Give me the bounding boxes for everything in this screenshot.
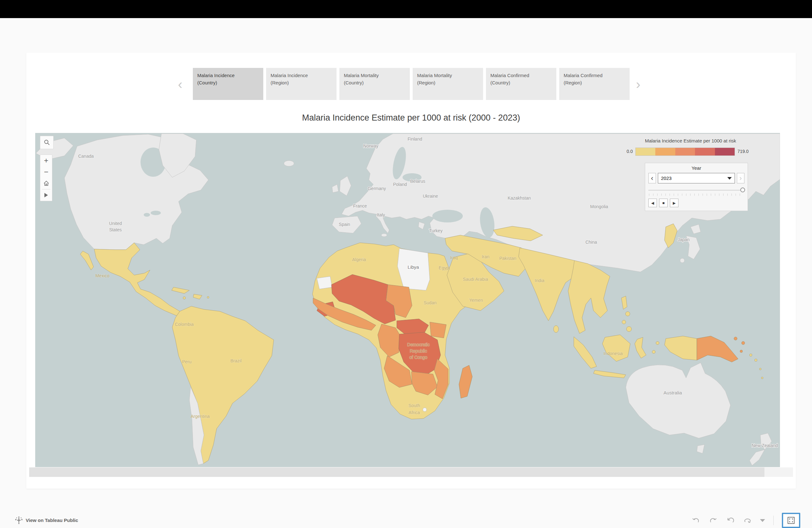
map-label: Egypt (439, 265, 450, 270)
fullscreen-button[interactable] (782, 513, 800, 528)
tab-malaria-incidence-country[interactable]: Malaria Incidence (Country) (193, 68, 263, 100)
view-on-tableau-public-link[interactable]: View on Tableau Public (15, 516, 78, 525)
tabs-prev-chevron[interactable]: ‹ (178, 75, 183, 94)
map-label: Mexico (96, 273, 110, 278)
region-southeast-asia[interactable] (568, 260, 610, 333)
horizontal-scrollbar-thumb[interactable] (29, 467, 765, 477)
country-mexico-baja[interactable] (80, 251, 93, 270)
map-label: Poland (393, 182, 407, 187)
country-cuba[interactable] (172, 287, 189, 294)
year-dropdown[interactable]: 2023 (658, 173, 735, 183)
map-label: States (109, 227, 122, 232)
redo-icon[interactable] (709, 516, 717, 525)
region-mexico-central-america[interactable] (94, 243, 180, 316)
horizontal-scrollbar-track[interactable] (29, 467, 793, 477)
country-sri-lanka[interactable] (553, 326, 559, 332)
tab-label: (Country) (197, 79, 259, 87)
year-slider-track (648, 190, 744, 191)
browser-top-bar (0, 0, 812, 18)
playback-step-back-button[interactable]: ◀ (648, 199, 657, 207)
country-japan-hokkaido[interactable] (691, 224, 701, 234)
country-philippines[interactable] (621, 296, 627, 309)
zoom-in-button[interactable]: + (40, 155, 52, 166)
year-slider[interactable] (648, 187, 744, 192)
country-hispaniola[interactable] (193, 294, 202, 299)
year-slider-ticks (649, 194, 744, 196)
map-label: Japan (678, 237, 690, 242)
map-label: Africa (408, 410, 420, 415)
legend-step-4 (695, 148, 715, 156)
tab-label: Malaria Incidence (271, 72, 332, 79)
legend-step-3 (675, 148, 695, 156)
tab-malaria-confirmed-region[interactable]: Malaria Confirmed (Region) (559, 68, 629, 100)
region-west-new-guinea[interactable] (665, 336, 697, 360)
country-indonesia-sulawesi[interactable] (635, 337, 646, 358)
choropleth-map[interactable]: Canada United States Mexico Colombia Per… (35, 133, 780, 467)
legend-max-value: 719.0 (738, 149, 749, 154)
map-search-button[interactable] (40, 136, 54, 149)
divider (773, 516, 774, 525)
tab-label: Malaria Mortality (417, 72, 479, 79)
map-label: Turkey (429, 228, 443, 233)
region-south-america[interactable] (172, 306, 274, 463)
map-label: of Congo (409, 355, 427, 360)
more-options-caret-icon[interactable] (760, 519, 765, 522)
region-uganda-south-sudan[interactable] (430, 322, 446, 338)
region-korea[interactable] (665, 224, 677, 248)
tab-malaria-mortality-region[interactable]: Malaria Mortality (Region) (413, 68, 483, 100)
country-uk[interactable] (340, 176, 351, 196)
map-tools-expand-button[interactable] (40, 189, 52, 201)
country-papua-new-guinea[interactable] (697, 336, 738, 362)
map-label: Republic (410, 348, 427, 354)
country-western-sahara[interactable] (317, 276, 332, 289)
map-label: Ukraine (423, 194, 438, 199)
legend-min-value: 0.0 (603, 149, 633, 154)
country-australia-tasmania[interactable] (697, 444, 705, 454)
undo-icon[interactable] (692, 516, 700, 525)
legend-color-ramp[interactable] (635, 147, 735, 156)
country-madagascar[interactable] (459, 365, 472, 398)
year-next-button[interactable]: › (737, 173, 744, 183)
map-label: United (109, 221, 122, 226)
tab-malaria-confirmed-country[interactable]: Malaria Confirmed (Country) (486, 68, 556, 100)
legend-step-1 (636, 148, 655, 156)
map-home-button[interactable] (40, 178, 52, 189)
tab-malaria-incidence-region[interactable]: Malaria Incidence (Region) (266, 68, 336, 100)
country-indonesia-java[interactable] (593, 370, 626, 378)
tabs-next-chevron[interactable]: › (636, 75, 640, 94)
country-indonesia-borneo[interactable] (602, 335, 630, 361)
playback-play-button[interactable]: ▶ (670, 199, 679, 207)
map-label: Algeria (352, 257, 366, 262)
map-label: Australia (664, 390, 682, 395)
country-lesotho[interactable] (423, 408, 426, 412)
embed-toolbar (692, 513, 800, 528)
country-indonesia-sumatra[interactable] (574, 337, 597, 368)
map-label: Peru (182, 359, 192, 364)
tab-label: Malaria Mortality (344, 72, 405, 79)
year-prev-button[interactable]: ‹ (648, 173, 656, 183)
reset-icon[interactable] (726, 516, 735, 525)
map-label: Libya (408, 264, 419, 270)
year-slider-handle[interactable] (740, 187, 745, 192)
map-label: South (408, 403, 420, 408)
viz-card: ‹ Malaria Incidence (Country) Malaria In… (26, 53, 796, 489)
country-iceland[interactable] (284, 160, 294, 166)
tab-label: Malaria Confirmed (564, 72, 625, 79)
search-icon (43, 139, 50, 146)
tableau-public-embed: ‹ Malaria Incidence (Country) Malaria In… (0, 0, 812, 528)
country-australia[interactable] (626, 363, 730, 438)
tab-malaria-mortality-country[interactable]: Malaria Mortality (Country) (339, 68, 410, 100)
map-label: Yemen (469, 298, 483, 303)
country-ireland[interactable] (332, 184, 338, 192)
legend-step-2 (655, 148, 675, 156)
map-label: New Zealand (752, 443, 778, 448)
country-new-zealand-south[interactable] (750, 449, 765, 466)
country-greece[interactable] (418, 222, 425, 229)
zoom-out-button[interactable]: − (40, 166, 52, 178)
playback-stop-button[interactable]: ■ (659, 199, 668, 207)
share-icon[interactable] (743, 516, 752, 525)
view-on-tableau-public-label: View on Tableau Public (26, 517, 78, 523)
map-label: Indonesia (604, 351, 623, 356)
map-label: Finland (408, 137, 422, 142)
year-filter-panel: Year ‹ 2023 › ◀ ■ (645, 163, 748, 211)
